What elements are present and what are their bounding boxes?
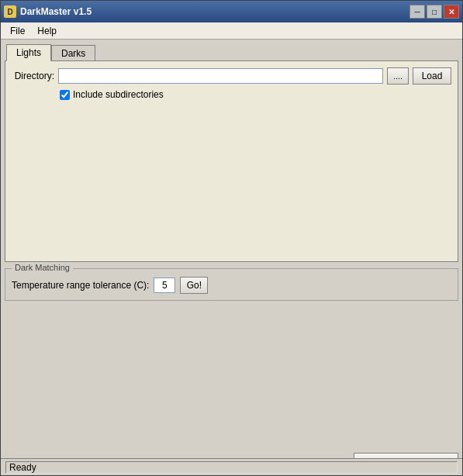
status-text: Ready bbox=[9, 462, 36, 473]
bottom-area: Create DSS File List bbox=[5, 301, 458, 473]
menu-file[interactable]: File bbox=[4, 24, 31, 38]
close-button[interactable]: ✕ bbox=[444, 5, 459, 19]
directory-label: Directory: bbox=[12, 71, 54, 81]
title-bar: D DarkMaster v1.5 ─ □ ✕ bbox=[1, 1, 462, 22]
app-icon: D bbox=[4, 5, 16, 18]
browse-button[interactable]: .... bbox=[387, 67, 409, 85]
menu-help[interactable]: Help bbox=[31, 24, 63, 38]
include-subdirs-checkbox[interactable] bbox=[60, 90, 70, 100]
directory-row: Directory: .... Load bbox=[12, 67, 451, 85]
tab-container: Lights Darks Directory: .... Load bbox=[5, 43, 458, 262]
go-button[interactable]: Go! bbox=[180, 277, 208, 294]
title-bar-left: D DarkMaster v1.5 bbox=[4, 5, 92, 18]
minimize-button[interactable]: ─ bbox=[409, 5, 425, 19]
maximize-button[interactable]: □ bbox=[427, 5, 442, 19]
lights-panel: Directory: .... Load Include subdirector… bbox=[12, 67, 451, 100]
dark-matching-row: Temperature range tolerance (C): Go! bbox=[12, 277, 451, 294]
main-content: Lights Darks Directory: .... Load bbox=[1, 40, 462, 476]
dark-matching-section: Dark Matching Temperature range toleranc… bbox=[5, 268, 458, 301]
directory-input[interactable] bbox=[58, 68, 383, 84]
status-bar: Ready bbox=[1, 458, 462, 475]
checkbox-row: Include subdirectories bbox=[60, 89, 451, 100]
window-title: DarkMaster v1.5 bbox=[20, 6, 92, 17]
tab-bar: Lights Darks bbox=[5, 43, 458, 60]
tab-content: Directory: .... Load Include subdirector… bbox=[5, 60, 458, 262]
dark-matching-legend: Dark Matching bbox=[12, 263, 73, 272]
status-panel: Ready bbox=[5, 461, 458, 474]
app-window: D DarkMaster v1.5 ─ □ ✕ File Help Lights… bbox=[0, 0, 463, 476]
tolerance-label: Temperature range tolerance (C): bbox=[12, 280, 149, 291]
tab-darks[interactable]: Darks bbox=[51, 45, 95, 61]
tolerance-input[interactable] bbox=[154, 278, 175, 293]
tab-lights[interactable]: Lights bbox=[6, 44, 51, 61]
include-subdirs-label: Include subdirectories bbox=[73, 89, 164, 100]
load-button[interactable]: Load bbox=[413, 67, 451, 85]
title-bar-controls: ─ □ ✕ bbox=[409, 5, 459, 19]
menu-bar: File Help bbox=[1, 22, 462, 40]
